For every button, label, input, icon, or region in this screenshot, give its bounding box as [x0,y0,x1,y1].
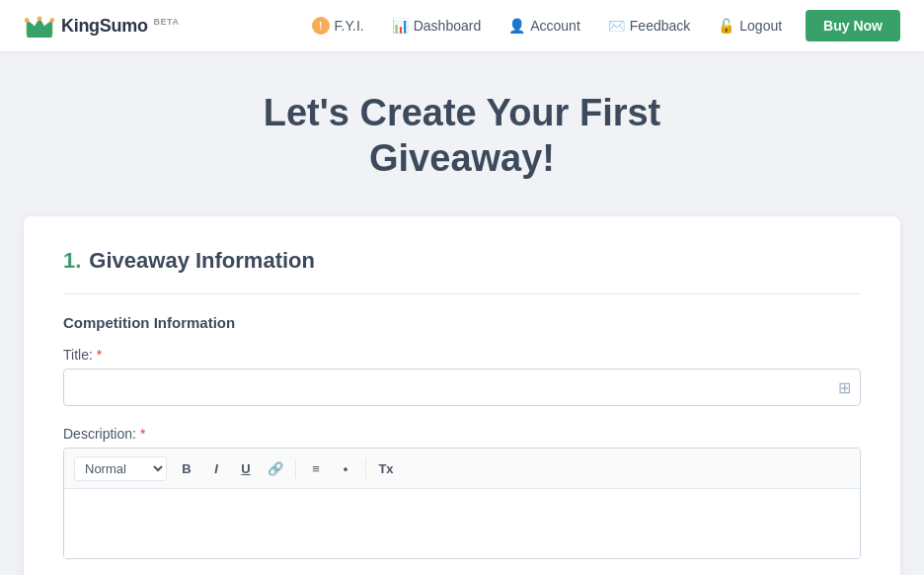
navbar-nav: ! F.Y.I. 📊 Dashboard 👤 Account ✉️ Feedba… [300,10,900,41]
nav-logout-label: Logout [739,18,782,34]
toolbar-divider [295,458,296,478]
account-icon: 👤 [508,18,525,34]
title-input-wrapper: ⊞ [63,369,861,406]
toolbar-unordered-list-button[interactable]: • [332,454,359,482]
nav-item-logout[interactable]: 🔓 Logout [706,12,794,40]
editor-style-select[interactable]: Normal Heading 1 Heading 2 [74,456,167,481]
brand-name: KingSumo [61,16,148,37]
nav-item-fyi[interactable]: ! F.Y.I. [300,11,376,41]
logout-icon: 🔓 [718,18,734,34]
section-number: 1. [63,248,81,274]
toolbar-underline-button[interactable]: U [232,454,260,482]
description-required-star: * [140,426,145,442]
dashboard-icon: 📊 [392,18,409,34]
form-card: 1. Giveaway Information Competition Info… [24,216,900,575]
buy-now-button[interactable]: Buy Now [806,10,900,41]
svg-point-3 [49,18,54,23]
section-divider [63,293,861,294]
description-form-group: Description: * Normal Heading 1 Heading … [63,426,861,559]
svg-point-1 [38,16,42,21]
editor-body[interactable] [64,489,860,558]
svg-point-2 [25,18,30,23]
brand-beta: BETA [154,17,180,27]
fyi-badge-icon: ! [312,17,330,35]
title-input-icon: ⊞ [838,378,851,397]
title-label: Title: * [63,347,861,363]
toolbar-italic-button[interactable]: I [202,454,230,482]
navbar: KingSumo BETA ! F.Y.I. 📊 Dashboard 👤 Acc… [0,0,924,51]
description-label: Description: * [63,426,861,442]
page-title: Let's Create Your First Giveaway! [24,91,900,181]
feedback-icon: ✉️ [608,18,625,34]
toolbar-clear-format-button[interactable]: Tx [372,454,400,482]
main-content: Let's Create Your First Giveaway! 1. Giv… [0,51,924,575]
nav-fyi-label: F.Y.I. [335,18,364,34]
description-editor: Normal Heading 1 Heading 2 B I U 🔗 ≡ • T… [63,448,861,559]
brand-logo-link[interactable]: KingSumo BETA [24,12,300,40]
toolbar-bold-button[interactable]: B [173,454,200,482]
nav-dashboard-label: Dashboard [414,18,482,34]
svg-rect-0 [27,34,52,38]
nav-item-feedback[interactable]: ✉️ Feedback [596,12,702,40]
section-title: Giveaway Information [89,248,315,274]
title-form-group: Title: * ⊞ [63,347,861,406]
nav-item-account[interactable]: 👤 Account [497,12,592,40]
toolbar-divider-2 [365,458,366,478]
editor-toolbar: Normal Heading 1 Heading 2 B I U 🔗 ≡ • T… [64,449,860,489]
subsection-title: Competition Information [63,314,861,331]
title-input[interactable] [63,369,861,406]
brand-logo-icon [24,12,55,40]
toolbar-link-button[interactable]: 🔗 [262,454,289,482]
title-required-star: * [97,347,102,363]
toolbar-ordered-list-button[interactable]: ≡ [302,454,330,482]
nav-feedback-label: Feedback [630,18,690,34]
nav-item-dashboard[interactable]: 📊 Dashboard [380,12,494,40]
nav-account-label: Account [530,18,580,34]
section-header: 1. Giveaway Information [63,248,861,274]
